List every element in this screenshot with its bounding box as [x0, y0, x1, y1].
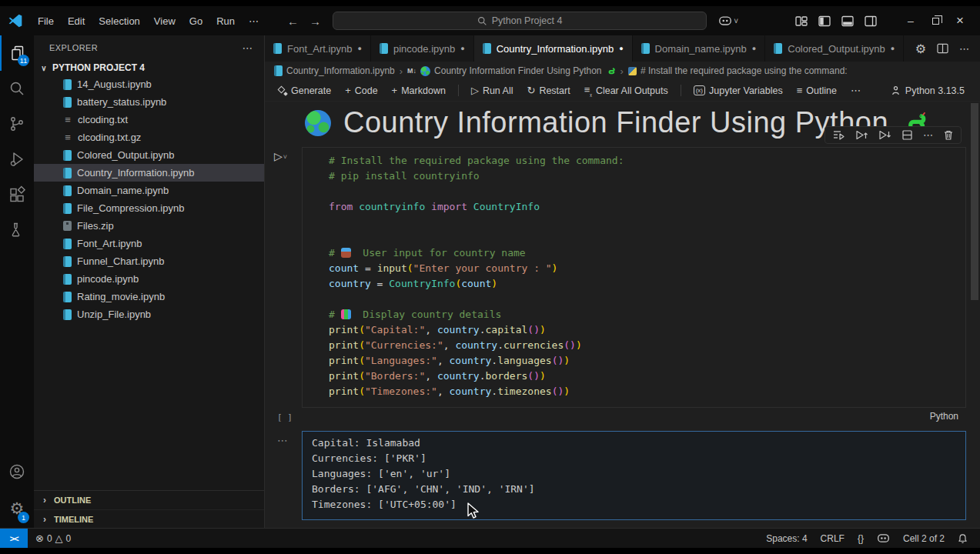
split-editor-icon[interactable]: [937, 43, 948, 54]
generate-button[interactable]: Generate: [273, 84, 336, 98]
code-editor[interactable]: # Install the required package using the…: [303, 148, 965, 407]
file-clcoding.txt.gz[interactable]: ≡clcoding.txt.gz: [34, 128, 264, 146]
remote-indicator[interactable]: ><: [0, 529, 28, 548]
cell-language-label[interactable]: Python: [930, 411, 958, 422]
minimize-button[interactable]: –: [900, 15, 921, 27]
run-debug-activity-button[interactable]: [0, 142, 34, 177]
code-line: print("Languages:", country.languages()): [329, 355, 959, 370]
breadcrumb-item[interactable]: Country_Information.ipynb: [274, 65, 395, 76]
warning-icon: △: [55, 532, 63, 544]
close-button[interactable]: ×: [949, 13, 971, 28]
toolbar-label: Run All: [483, 85, 513, 96]
clear-all-outputs-button[interactable]: ≡ₓClear All Outputs: [579, 82, 674, 99]
toggle-secondary-sidebar-icon[interactable]: [865, 15, 877, 27]
file-Files.zip[interactable]: Files.zip: [34, 217, 264, 235]
customize-layout-icon[interactable]: [795, 15, 808, 27]
restart-button[interactable]: ↻Restart: [521, 83, 575, 98]
tab-Country_Information.ipynb[interactable]: Country_Information.ipynb●: [474, 35, 633, 62]
run-all-button[interactable]: ▷Run All: [466, 83, 519, 98]
testing-activity-button[interactable]: [0, 212, 34, 248]
more-actions-icon[interactable]: ⋯: [959, 43, 969, 55]
plus-icon: +: [392, 85, 398, 96]
modified-dot-icon[interactable]: ●: [460, 45, 464, 52]
back-icon[interactable]: ←: [287, 15, 299, 28]
menu-go[interactable]: Go: [182, 13, 209, 29]
indent-indicator[interactable]: Spaces: 4: [766, 533, 807, 544]
command-center-search[interactable]: Python Project 4: [333, 12, 707, 30]
forward-icon[interactable]: →: [309, 15, 321, 28]
output-more-actions-icon[interactable]: ⋯: [277, 434, 289, 446]
scrollbar-thumb[interactable]: [971, 103, 978, 300]
file-Domain_name.ipynb[interactable]: Domain_name.ipynb: [34, 182, 264, 199]
file-14_August.ipynb[interactable]: 14_August.ipynb: [34, 75, 264, 93]
tab-pincode.ipynb[interactable]: pincode.ipynb●: [371, 35, 474, 62]
file-Rating_movie.ipynb[interactable]: Rating_movie.ipynb: [34, 288, 264, 305]
modified-dot-icon[interactable]: ●: [619, 45, 623, 52]
breadcrumb-separator-icon: ›: [400, 65, 403, 77]
file-Colored_Output.ipynb[interactable]: Colored_Output.ipynb: [34, 146, 264, 164]
gear-icon[interactable]: ⚙: [915, 42, 926, 56]
modified-dot-icon[interactable]: ●: [891, 45, 895, 52]
menu-view[interactable]: View: [147, 13, 182, 29]
file-File_Compression.ipynb[interactable]: File_Compression.ipynb: [34, 199, 264, 217]
modified-dot-icon[interactable]: ●: [358, 45, 362, 52]
toggle-sidebar-icon[interactable]: [818, 15, 831, 27]
jupyter-variables-button[interactable]: (x)Jupyter Variables: [688, 84, 788, 98]
kernel-picker[interactable]: Python 3.13.5: [891, 85, 972, 96]
copilot-button[interactable]: ˅: [718, 15, 738, 26]
toggle-panel-icon[interactable]: [841, 15, 854, 27]
breadcrumb-item[interactable]: # Install the required package using the…: [628, 65, 848, 76]
search-activity-button[interactable]: [0, 71, 34, 106]
menu-run[interactable]: Run: [209, 13, 242, 29]
menu-more[interactable]: ⋯: [242, 13, 266, 29]
notifications-bell-icon[interactable]: [958, 533, 968, 544]
chevron-right-icon: ›: [40, 514, 49, 525]
problems-indicator[interactable]: ⊗ 0 △ 0: [35, 532, 71, 544]
timeline-section-header[interactable]: › TIMELINE: [34, 509, 264, 528]
extensions-activity-button[interactable]: [0, 177, 34, 212]
file-Unzip_File.ipynb[interactable]: Unzip_File.ipynb: [34, 305, 264, 323]
language-mode-indicator[interactable]: {}: [858, 533, 864, 544]
markdown-button[interactable]: +Markdown: [386, 83, 451, 98]
run-cell-button[interactable]: ▷ ˅: [274, 150, 287, 162]
explorer-activity-button[interactable]: 11: [0, 35, 34, 71]
accounts-button[interactable]: [0, 454, 34, 489]
tab-Font_Art.ipynb[interactable]: Font_Art.ipynb●: [265, 35, 371, 62]
file-clcoding.txt[interactable]: ≡clcoding.txt: [34, 111, 264, 128]
copilot-status-icon[interactable]: [877, 533, 890, 543]
source-control-activity-button[interactable]: [0, 106, 34, 142]
outline-button[interactable]: ≡Outline: [791, 83, 842, 98]
settings-button[interactable]: ⚙ 1: [0, 489, 34, 528]
more-actions-button[interactable]: ⋯: [845, 83, 866, 98]
restore-button[interactable]: [925, 15, 946, 27]
code-button[interactable]: +Code: [339, 83, 383, 98]
menu-edit[interactable]: Edit: [61, 13, 92, 29]
file-Country_Information.ipynb[interactable]: Country_Information.ipynb: [34, 164, 264, 182]
file-pincode.ipynb[interactable]: pincode.ipynb: [34, 270, 264, 288]
sparkle-icon: [278, 86, 287, 95]
explorer-more-actions-icon[interactable]: ⋯: [242, 42, 253, 54]
delete-cell-icon[interactable]: [943, 129, 954, 141]
more-actions-icon[interactable]: ⋯: [923, 129, 933, 141]
cell-indicator[interactable]: Cell 2 of 2: [903, 533, 945, 544]
file-Font_Art.ipynb[interactable]: Font_Art.ipynb: [34, 235, 264, 252]
menu-selection[interactable]: Selection: [92, 13, 146, 29]
run-below-cells-icon[interactable]: [878, 129, 891, 141]
menu-file[interactable]: File: [31, 13, 61, 29]
notebook-icon: [274, 65, 283, 76]
outline-section-header[interactable]: › OUTLINE: [34, 491, 264, 509]
tab-Colored_Output.ipynb[interactable]: Colored_Output.ipynb●: [765, 35, 904, 62]
source-control-icon: [8, 115, 26, 133]
tab-Domain_name.ipynb[interactable]: Domain_name.ipynb●: [633, 35, 766, 62]
explorer-badge: 11: [18, 55, 29, 66]
eol-indicator[interactable]: CRLF: [821, 533, 845, 544]
run-above-cells-icon[interactable]: [855, 129, 868, 141]
split-cell-icon[interactable]: [901, 129, 913, 141]
breadcrumb-item[interactable]: M↓Country Information Finder Using Pytho…: [407, 65, 615, 76]
project-root-row[interactable]: ∨ PYTHON PROJECT 4: [34, 60, 264, 75]
execute-above-icon[interactable]: [832, 129, 845, 141]
tab-label: Country_Information.ipynb: [497, 43, 614, 55]
file-Funnel_Chart.ipynb[interactable]: Funnel_Chart.ipynb: [34, 252, 264, 270]
file-battery_status.ipynb[interactable]: battery_status.ipynb: [34, 93, 264, 111]
modified-dot-icon[interactable]: ●: [752, 45, 756, 52]
